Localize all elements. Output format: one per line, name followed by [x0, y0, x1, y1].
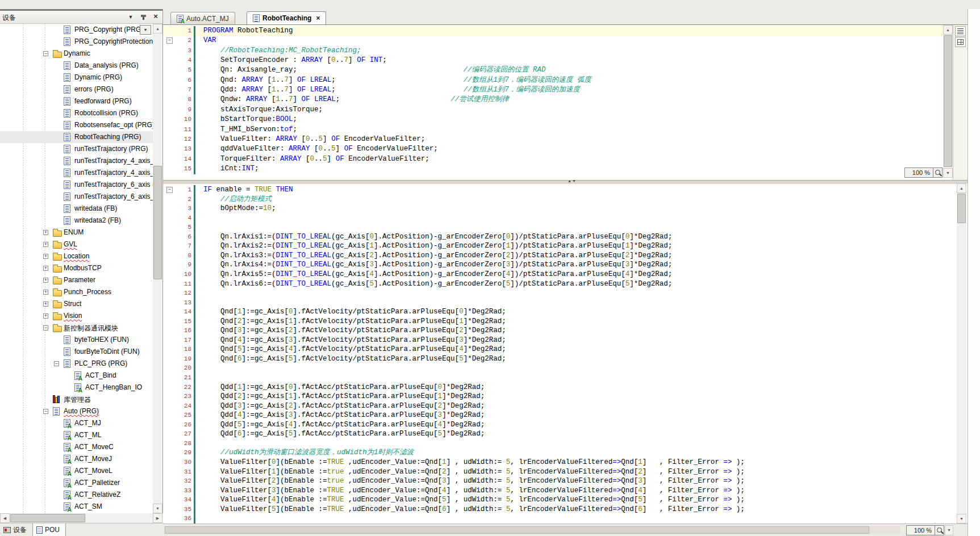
tree-item[interactable]: PRG_Copyright (PRG) — [0, 24, 153, 36]
code-line[interactable]: ValueFilter[3](bEnable :=TRUE ,udEncoder… — [203, 486, 745, 496]
implementation-code[interactable]: IF enable = TRUE THEN //启动力矩模式 bOptMode:… — [203, 185, 957, 524]
scroll-up-icon[interactable]: ▲ — [153, 24, 162, 34]
code-line[interactable]: ValueFilter[4](bEnable :=TRUE ,udEncoder… — [203, 495, 745, 505]
tree-item[interactable]: runTestTrajactory_4_axis_SH — [0, 167, 153, 179]
tree-item[interactable]: byteToHEX (FUN) — [0, 334, 153, 346]
tree-item[interactable]: ACT_MJ — [0, 417, 153, 429]
tab-auto-act-mj[interactable]: Auto.ACT_MJ — [170, 12, 235, 24]
scroll-down-icon[interactable]: ▼ — [957, 514, 966, 524]
code-line[interactable]: //启动力矩模式 — [203, 195, 272, 204]
fold-minus-icon[interactable]: − — [166, 37, 173, 44]
tree-item[interactable]: ACT_SM — [0, 501, 153, 513]
collapse-icon[interactable]: − — [43, 409, 48, 414]
declaration-editor[interactable]: − 123456789101112131415 PROGRAM RobotTea… — [163, 25, 943, 180]
tree-item[interactable]: +Location — [0, 250, 153, 262]
expand-icon[interactable]: + — [43, 266, 48, 271]
tree-item[interactable]: runTestTrajactory_6_axis_SP — [0, 191, 153, 203]
tree-item[interactable]: ACT_Bind — [0, 370, 153, 382]
tree-item[interactable]: Data_analysis (PRG) — [0, 60, 153, 72]
code-line[interactable] — [203, 373, 208, 383]
tree-item[interactable]: runTestTrajactory (PRG) — [0, 143, 153, 155]
code-line[interactable]: Qn: Axisangle_ray; //编码器读回的位置 RAD — [203, 65, 546, 75]
code-line[interactable]: T_HMI_bServon:tof; — [203, 125, 297, 135]
tree-dropdown-button[interactable]: ▼ — [140, 25, 151, 35]
implementation-editor[interactable]: − 12345678910111213141516171819202122232… — [163, 183, 957, 524]
code-line[interactable]: ValueFilter[5](bEnable :=TRUE ,udEncoder… — [203, 505, 745, 514]
tree-horizontal-scrollbar[interactable]: ◀ ▶ — [0, 513, 163, 523]
scrollbar-thumb[interactable] — [944, 35, 952, 167]
code-line[interactable]: Qdd[4]:=gc_Axis[3].fActAcc/ptStaticPara.… — [203, 411, 485, 420]
code-line[interactable] — [203, 213, 208, 223]
code-line[interactable]: ValueFilter: ARRAY [0..5] OF EncoderValu… — [203, 135, 425, 144]
scroll-up-icon[interactable]: ▲ — [957, 183, 966, 193]
expand-icon[interactable]: + — [43, 230, 48, 235]
code-line[interactable]: Qn.lrAxis2:=(DINT_TO_LREAL(gc_Axis[1].Ac… — [203, 241, 672, 251]
splitter-grip-icon[interactable]: ▲▼ — [568, 179, 577, 183]
pin-icon[interactable] — [139, 12, 148, 22]
code-line[interactable]: Qnd[3]:=gc_Axis[2].fActVelocity/ptStatic… — [203, 326, 506, 336]
code-line[interactable]: PROGRAM RobotTeaching — [203, 26, 293, 36]
tree-item[interactable]: errors (PRG) — [0, 83, 153, 95]
code-line[interactable]: SetTorqueEncoder : ARRAY [0..7] OF INT; — [203, 56, 387, 65]
code-line[interactable] — [203, 514, 208, 524]
tree-item[interactable]: RobotTeaching (PRG) — [0, 131, 153, 143]
code-line[interactable] — [203, 363, 208, 373]
tree-item[interactable]: +Parameter — [0, 274, 153, 286]
code-line[interactable]: Qdd[3]:=gc_Axis[2].fActAcc/ptStaticPara.… — [203, 401, 485, 411]
code-line[interactable]: Qn.lrAxis5:=(DINT_TO_LREAL(gc_Axis[4].Ac… — [203, 270, 672, 279]
scrollbar-thumb[interactable] — [957, 194, 966, 223]
tree-item[interactable]: writedata (FB) — [0, 203, 153, 215]
tree-item[interactable]: −新控制器通讯模块 — [0, 322, 153, 334]
tree-item[interactable]: Robotsensefac_opt (PRG) — [0, 119, 153, 131]
tree-item[interactable]: −PLC_PRG (PRG) — [0, 358, 153, 370]
code-line[interactable]: Qnd[5]:=gc_Axis[4].fActVelocity/ptStatic… — [203, 345, 506, 354]
code-line[interactable]: Qn.lrAxis4:=(DINT_TO_LREAL(gc_Axis[3].Ac… — [203, 260, 672, 270]
tree-item[interactable]: Dynamic (PRG) — [0, 72, 153, 83]
tree-item[interactable]: ACT_MoveJ — [0, 453, 153, 465]
code-line[interactable]: stAxisTorque:AxisTorque; — [203, 105, 323, 115]
tree-item[interactable]: Robotcollision (PRG) — [0, 107, 153, 119]
expand-icon[interactable]: + — [43, 278, 48, 283]
code-line[interactable]: ValueFilter[0](bEnable :=TRUE ,udEncoder… — [203, 458, 745, 467]
tree-item[interactable]: ACT_MoveC — [0, 441, 153, 453]
code-line[interactable]: Qnd[6]:=gc_Axis[5].fActVelocity/ptStatic… — [203, 354, 506, 364]
tree-item[interactable]: ACT_RelativeZ — [0, 489, 153, 501]
tree-item[interactable]: fourByteToDint (FUN) — [0, 346, 153, 358]
code-line[interactable]: ValueFilter[1](bEnable :=true ,udEncoder… — [203, 467, 745, 477]
tree-item[interactable]: +Struct — [0, 298, 153, 310]
implementation-horizontal-scrollbar[interactable] — [164, 526, 900, 534]
code-line[interactable]: Qnd[1]:=gc_Axis[0].fActVelocity/ptStatic… — [203, 307, 506, 317]
collapse-icon[interactable]: − — [43, 325, 48, 330]
tree-item[interactable]: ACT_HengBan_IO — [0, 382, 153, 393]
panel-tab-pou[interactable]: POU — [32, 524, 66, 536]
collapse-icon[interactable]: − — [43, 51, 48, 56]
tree-item[interactable]: ACT_Palletizer — [0, 477, 153, 489]
panel-tab-devices[interactable]: 设备 — [0, 524, 32, 536]
scroll-down-icon[interactable]: ▼ — [153, 504, 162, 513]
tree-item[interactable]: PRG_CopyrightProtection (PRG) — [0, 36, 153, 48]
code-line[interactable] — [203, 298, 208, 308]
code-line[interactable]: bStartTorque:BOOL; — [203, 115, 297, 124]
code-line[interactable]: //udWidth为滑动窗口滤波器宽度，udWidth为1时则不滤波 — [203, 448, 414, 458]
code-line[interactable]: qddValueFilter: ARRAY [0..5] OF EncoderV… — [203, 144, 438, 154]
code-line[interactable]: VAR — [203, 36, 216, 45]
tree-item[interactable]: writedata2 (FB) — [0, 215, 153, 227]
code-line[interactable]: Qdd[1]:=gc_Axis[0].fActAcc/ptStaticPara.… — [203, 383, 485, 392]
code-line[interactable]: iCnt:INT; — [203, 164, 259, 174]
tree-item[interactable]: ACT_MoveL — [0, 465, 153, 477]
code-line[interactable]: Qndw: ARRAY [1..7] OF LREAL; //尝试使用控制律 — [203, 95, 509, 104]
panel-menu-dropdown-icon[interactable]: ▼ — [126, 12, 135, 22]
expand-icon[interactable]: + — [43, 302, 48, 307]
tab-robotteaching[interactable]: RobotTeaching × — [247, 11, 326, 24]
implementation-zoom-level[interactable]: 100 % — [906, 525, 935, 535]
tree-item[interactable]: +Vision — [0, 310, 153, 322]
panel-close-icon[interactable]: × — [151, 12, 160, 22]
code-line[interactable]: Qnd[4]:=gc_Axis[3].fActVelocity/ptStatic… — [203, 336, 506, 345]
tree-item[interactable]: +ModbusTCP — [0, 262, 153, 274]
code-line[interactable]: Qdd[2]:=gc_Axis[1].fActAcc/ptStaticPara.… — [203, 392, 485, 401]
scroll-down-icon[interactable]: ▼ — [943, 168, 953, 178]
code-line[interactable]: TorqueFilter: ARRAY [0..5] OF EncoderVal… — [203, 154, 429, 164]
tree-item[interactable]: 库管理器 — [0, 393, 153, 405]
tree-item[interactable]: +ENUM — [0, 227, 153, 238]
expand-icon[interactable]: + — [43, 290, 48, 295]
